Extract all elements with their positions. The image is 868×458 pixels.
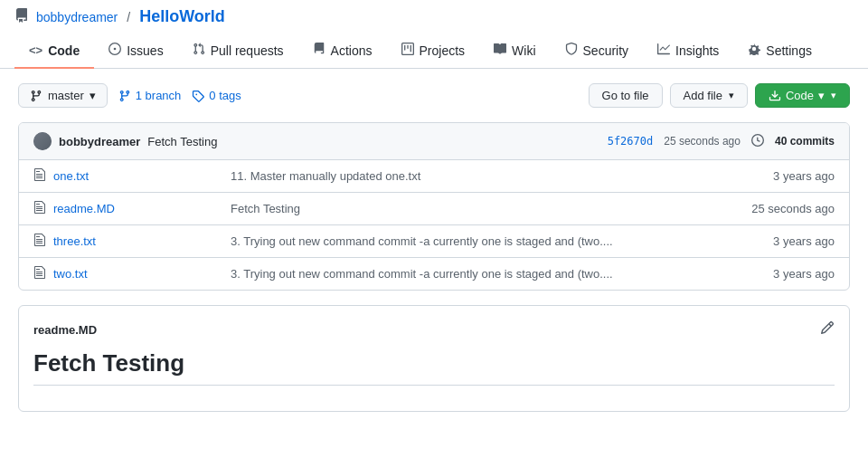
download-icon xyxy=(769,90,781,102)
actions-icon xyxy=(313,43,326,58)
tab-settings-label: Settings xyxy=(766,43,812,58)
commits-count-text: 40 commits xyxy=(775,135,835,148)
file-icon xyxy=(33,167,46,185)
repo-icon xyxy=(14,8,29,25)
commit-bar-left: bobbydreamer Fetch Testing xyxy=(33,132,217,150)
tab-insights[interactable]: Insights xyxy=(643,33,733,69)
code-icon: <> xyxy=(29,43,42,57)
toolbar-left: master ▾ 1 branch 0 tags xyxy=(18,83,241,108)
file-name-1[interactable]: readme.MD xyxy=(53,202,216,215)
commit-bar-right: 5f2670d 25 seconds ago 40 commits xyxy=(608,134,835,149)
pr-icon xyxy=(193,43,205,58)
tag-count-link[interactable]: 0 tags xyxy=(192,89,241,102)
tab-code[interactable]: <> Code xyxy=(14,34,94,69)
issues-icon xyxy=(108,43,121,58)
file-age-3: 3 years ago xyxy=(773,267,835,281)
file-row: two.txt 3. Trying out new command commit… xyxy=(19,258,849,290)
security-icon xyxy=(565,43,578,58)
tab-projects[interactable]: Projects xyxy=(387,33,480,69)
branch-selector[interactable]: master ▾ xyxy=(18,83,108,108)
go-to-file-button[interactable]: Go to file xyxy=(589,83,663,108)
repo-owner-link[interactable]: bobbydreamer xyxy=(36,10,118,24)
top-bar: bobbydreamer / HelloWorld xyxy=(0,0,868,33)
tab-settings[interactable]: Settings xyxy=(733,33,826,69)
main-content: master ▾ 1 branch 0 tags Go to file Add … xyxy=(0,69,868,426)
file-row: three.txt 3. Trying out new command comm… xyxy=(19,225,849,258)
tab-actions-label: Actions xyxy=(331,43,373,58)
tab-security-label: Security xyxy=(583,43,629,58)
commits-count-link[interactable]: 40 commits xyxy=(775,135,835,148)
file-commit-0: 11. Master manually updated one.txt xyxy=(216,169,773,183)
file-age-1: 25 seconds ago xyxy=(751,202,835,215)
add-file-button[interactable]: Add file xyxy=(670,83,748,108)
file-commit-3: 3. Trying out new command commit -a curr… xyxy=(216,267,773,281)
tab-issues-label: Issues xyxy=(127,43,163,58)
file-row: readme.MD Fetch Testing 25 seconds ago xyxy=(19,193,849,225)
repo-name-link[interactable]: HelloWorld xyxy=(139,7,225,26)
file-commit-2: 3. Trying out new command commit -a curr… xyxy=(216,234,773,248)
tab-issues[interactable]: Issues xyxy=(94,33,177,69)
file-icon xyxy=(33,200,46,217)
file-name-0[interactable]: one.txt xyxy=(53,169,216,183)
file-age-0: 3 years ago xyxy=(773,169,835,183)
readme-heading: Fetch Testing xyxy=(33,349,835,386)
repo-toolbar: master ▾ 1 branch 0 tags Go to file Add … xyxy=(18,83,850,108)
tab-security[interactable]: Security xyxy=(551,33,644,69)
tab-wiki-label: Wiki xyxy=(512,43,535,58)
file-browser: bobbydreamer Fetch Testing 5f2670d 25 se… xyxy=(18,122,850,291)
branch-count-link[interactable]: 1 branch xyxy=(118,89,182,102)
tag-count-text: 0 tags xyxy=(209,89,241,102)
insights-icon xyxy=(657,43,670,58)
settings-icon xyxy=(748,43,760,58)
code-button[interactable]: Code ▾ xyxy=(755,83,850,108)
commit-bar: bobbydreamer Fetch Testing 5f2670d 25 se… xyxy=(19,123,849,160)
file-icon xyxy=(33,233,46,250)
repo-slash: / xyxy=(127,10,130,24)
readme-header: readme.MD xyxy=(33,320,835,339)
readme-filename: readme.MD xyxy=(33,323,97,337)
author-avatar xyxy=(33,132,52,150)
tab-projects-label: Projects xyxy=(420,43,466,58)
repo-nav: <> Code Issues Pull requests Actions Pro… xyxy=(0,33,868,69)
toolbar-right: Go to file Add file Code ▾ xyxy=(589,83,850,108)
file-age-2: 3 years ago xyxy=(773,234,835,248)
tab-pull-requests[interactable]: Pull requests xyxy=(178,33,298,69)
chevron-down-icon: ▾ xyxy=(90,89,96,102)
file-commit-1: Fetch Testing xyxy=(216,202,751,215)
commit-author[interactable]: bobbydreamer xyxy=(59,135,140,148)
file-name-3[interactable]: two.txt xyxy=(53,267,216,281)
branch-icon xyxy=(30,90,42,102)
code-caret-icon: ▾ xyxy=(818,89,825,102)
tab-wiki[interactable]: Wiki xyxy=(479,33,550,69)
commit-message[interactable]: Fetch Testing xyxy=(147,135,217,148)
tag-icon xyxy=(192,90,204,102)
edit-readme-button[interactable] xyxy=(820,320,835,339)
tab-actions[interactable]: Actions xyxy=(298,33,387,69)
branch-count-text: 1 branch xyxy=(136,89,182,102)
tab-code-label: Code xyxy=(48,43,80,58)
commit-time: 25 seconds ago xyxy=(664,135,741,148)
code-button-label: Code xyxy=(786,89,814,102)
projects-icon xyxy=(401,43,414,58)
file-name-2[interactable]: three.txt xyxy=(53,234,216,248)
file-icon xyxy=(33,265,46,282)
readme-box: readme.MD Fetch Testing xyxy=(18,305,850,412)
clock-icon xyxy=(751,134,764,149)
tab-insights-label: Insights xyxy=(675,43,719,58)
file-row: one.txt 11. Master manually updated one.… xyxy=(19,160,849,193)
branch-count-icon xyxy=(118,90,131,102)
wiki-icon xyxy=(494,43,506,58)
readme-content: Fetch Testing xyxy=(33,349,835,386)
tab-pr-label: Pull requests xyxy=(211,43,284,58)
branch-name: master xyxy=(48,89,84,102)
commit-sha-link[interactable]: 5f2670d xyxy=(608,135,654,148)
